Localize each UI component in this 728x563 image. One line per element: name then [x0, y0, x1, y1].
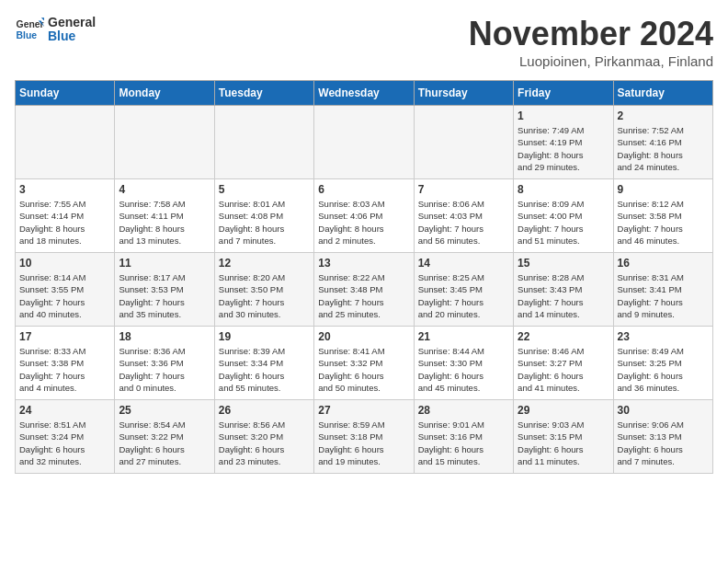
calendar-cell: 18Sunrise: 8:36 AM Sunset: 3:36 PM Dayli…	[115, 327, 214, 400]
calendar-week-4: 17Sunrise: 8:33 AM Sunset: 3:38 PM Dayli…	[16, 327, 713, 400]
day-number: 1	[518, 109, 609, 122]
day-info: Sunrise: 8:31 AM Sunset: 3:41 PM Dayligh…	[618, 271, 709, 320]
day-number: 10	[19, 257, 110, 270]
weekday-header-wednesday: Wednesday	[314, 81, 414, 106]
day-info: Sunrise: 8:44 AM Sunset: 3:30 PM Dayligh…	[418, 345, 509, 394]
day-info: Sunrise: 9:01 AM Sunset: 3:16 PM Dayligh…	[418, 419, 509, 467]
day-number: 26	[219, 404, 310, 417]
calendar-cell: 7Sunrise: 8:06 AM Sunset: 4:03 PM Daylig…	[414, 179, 513, 253]
day-number: 2	[618, 109, 709, 122]
calendar-cell: 5Sunrise: 8:01 AM Sunset: 4:08 PM Daylig…	[214, 179, 313, 253]
calendar-cell	[115, 106, 214, 179]
weekday-header-thursday: Thursday	[414, 81, 513, 106]
header: General Blue General Blue November 2024 …	[15, 15, 713, 69]
day-info: Sunrise: 7:49 AM Sunset: 4:19 PM Dayligh…	[518, 124, 609, 173]
calendar-cell	[16, 106, 115, 179]
day-number: 20	[318, 330, 409, 343]
calendar-cell: 24Sunrise: 8:51 AM Sunset: 3:24 PM Dayli…	[16, 400, 115, 474]
calendar-cell: 30Sunrise: 9:06 AM Sunset: 3:13 PM Dayli…	[613, 400, 712, 474]
day-info: Sunrise: 8:06 AM Sunset: 4:03 PM Dayligh…	[418, 198, 509, 247]
day-number: 11	[119, 257, 210, 270]
logo-icon: General Blue	[15, 15, 44, 44]
calendar-cell: 28Sunrise: 9:01 AM Sunset: 3:16 PM Dayli…	[414, 400, 513, 474]
day-number: 15	[518, 257, 609, 270]
day-number: 28	[418, 404, 509, 417]
day-info: Sunrise: 9:03 AM Sunset: 3:15 PM Dayligh…	[518, 419, 609, 467]
calendar-cell: 2Sunrise: 7:52 AM Sunset: 4:16 PM Daylig…	[613, 106, 712, 179]
calendar-body: 1Sunrise: 7:49 AM Sunset: 4:19 PM Daylig…	[16, 106, 713, 474]
subtitle: Luopioinen, Pirkanmaa, Finland	[469, 53, 713, 69]
day-number: 14	[418, 257, 509, 270]
calendar-cell: 11Sunrise: 8:17 AM Sunset: 3:53 PM Dayli…	[115, 253, 214, 327]
calendar-week-2: 3Sunrise: 7:55 AM Sunset: 4:14 PM Daylig…	[16, 179, 713, 253]
day-number: 25	[119, 404, 210, 417]
day-number: 8	[518, 183, 609, 196]
calendar-cell: 12Sunrise: 8:20 AM Sunset: 3:50 PM Dayli…	[214, 253, 313, 327]
day-info: Sunrise: 8:51 AM Sunset: 3:24 PM Dayligh…	[19, 419, 110, 467]
day-number: 23	[618, 330, 709, 343]
day-info: Sunrise: 7:55 AM Sunset: 4:14 PM Dayligh…	[19, 198, 110, 247]
day-info: Sunrise: 8:12 AM Sunset: 3:58 PM Dayligh…	[618, 198, 709, 247]
calendar-cell: 1Sunrise: 7:49 AM Sunset: 4:19 PM Daylig…	[514, 106, 613, 179]
day-info: Sunrise: 8:03 AM Sunset: 4:06 PM Dayligh…	[318, 198, 409, 247]
day-info: Sunrise: 8:20 AM Sunset: 3:50 PM Dayligh…	[219, 271, 310, 320]
day-info: Sunrise: 8:22 AM Sunset: 3:48 PM Dayligh…	[318, 271, 409, 320]
day-info: Sunrise: 8:41 AM Sunset: 3:32 PM Dayligh…	[318, 345, 409, 394]
day-info: Sunrise: 8:49 AM Sunset: 3:25 PM Dayligh…	[618, 345, 709, 394]
day-info: Sunrise: 8:09 AM Sunset: 4:00 PM Dayligh…	[518, 198, 609, 247]
calendar-cell	[314, 106, 414, 179]
day-info: Sunrise: 8:56 AM Sunset: 3:20 PM Dayligh…	[219, 419, 310, 467]
calendar-cell: 14Sunrise: 8:25 AM Sunset: 3:45 PM Dayli…	[414, 253, 513, 327]
logo-general-text: General	[48, 16, 96, 29]
day-info: Sunrise: 8:14 AM Sunset: 3:55 PM Dayligh…	[19, 271, 110, 320]
day-number: 16	[618, 257, 709, 270]
calendar-cell: 20Sunrise: 8:41 AM Sunset: 3:32 PM Dayli…	[314, 327, 414, 400]
calendar-cell: 26Sunrise: 8:56 AM Sunset: 3:20 PM Dayli…	[214, 400, 313, 474]
calendar-cell: 25Sunrise: 8:54 AM Sunset: 3:22 PM Dayli…	[115, 400, 214, 474]
day-info: Sunrise: 8:54 AM Sunset: 3:22 PM Dayligh…	[119, 419, 210, 467]
main-title: November 2024	[469, 15, 713, 53]
calendar-week-5: 24Sunrise: 8:51 AM Sunset: 3:24 PM Dayli…	[16, 400, 713, 474]
calendar-cell	[414, 106, 513, 179]
day-info: Sunrise: 7:52 AM Sunset: 4:16 PM Dayligh…	[618, 124, 709, 173]
day-number: 21	[418, 330, 509, 343]
calendar-cell: 23Sunrise: 8:49 AM Sunset: 3:25 PM Dayli…	[613, 327, 712, 400]
day-info: Sunrise: 8:39 AM Sunset: 3:34 PM Dayligh…	[219, 345, 310, 394]
calendar-cell: 10Sunrise: 8:14 AM Sunset: 3:55 PM Dayli…	[16, 253, 115, 327]
calendar-cell: 13Sunrise: 8:22 AM Sunset: 3:48 PM Dayli…	[314, 253, 414, 327]
day-number: 24	[19, 404, 110, 417]
logo: General Blue General Blue	[15, 15, 96, 44]
day-info: Sunrise: 7:58 AM Sunset: 4:11 PM Dayligh…	[119, 198, 210, 247]
calendar-cell: 8Sunrise: 8:09 AM Sunset: 4:00 PM Daylig…	[514, 179, 613, 253]
weekday-header-saturday: Saturday	[613, 81, 712, 106]
calendar-cell: 6Sunrise: 8:03 AM Sunset: 4:06 PM Daylig…	[314, 179, 414, 253]
calendar-cell: 4Sunrise: 7:58 AM Sunset: 4:11 PM Daylig…	[115, 179, 214, 253]
calendar-cell: 17Sunrise: 8:33 AM Sunset: 3:38 PM Dayli…	[16, 327, 115, 400]
calendar-cell	[214, 106, 313, 179]
day-info: Sunrise: 8:59 AM Sunset: 3:18 PM Dayligh…	[318, 419, 409, 467]
day-info: Sunrise: 8:01 AM Sunset: 4:08 PM Dayligh…	[219, 198, 310, 247]
svg-text:Blue: Blue	[17, 30, 38, 40]
calendar-week-1: 1Sunrise: 7:49 AM Sunset: 4:19 PM Daylig…	[16, 106, 713, 179]
weekday-header-sunday: Sunday	[16, 81, 115, 106]
day-number: 29	[518, 404, 609, 417]
day-number: 13	[318, 257, 409, 270]
day-number: 30	[618, 404, 709, 417]
weekday-header-tuesday: Tuesday	[214, 81, 313, 106]
day-number: 17	[19, 330, 110, 343]
logo-blue-text: Blue	[48, 29, 96, 43]
day-number: 27	[318, 404, 409, 417]
weekday-header-friday: Friday	[514, 81, 613, 106]
title-area: November 2024 Luopioinen, Pirkanmaa, Fin…	[469, 15, 713, 69]
calendar-cell: 3Sunrise: 7:55 AM Sunset: 4:14 PM Daylig…	[16, 179, 115, 253]
calendar-header: SundayMondayTuesdayWednesdayThursdayFrid…	[16, 81, 713, 106]
day-info: Sunrise: 8:17 AM Sunset: 3:53 PM Dayligh…	[119, 271, 210, 320]
day-number: 6	[318, 183, 409, 196]
calendar-cell: 22Sunrise: 8:46 AM Sunset: 3:27 PM Dayli…	[514, 327, 613, 400]
day-number: 4	[119, 183, 210, 196]
calendar-cell: 15Sunrise: 8:28 AM Sunset: 3:43 PM Dayli…	[514, 253, 613, 327]
day-info: Sunrise: 8:46 AM Sunset: 3:27 PM Dayligh…	[518, 345, 609, 394]
calendar-cell: 16Sunrise: 8:31 AM Sunset: 3:41 PM Dayli…	[613, 253, 712, 327]
calendar-cell: 29Sunrise: 9:03 AM Sunset: 3:15 PM Dayli…	[514, 400, 613, 474]
calendar-cell: 9Sunrise: 8:12 AM Sunset: 3:58 PM Daylig…	[613, 179, 712, 253]
